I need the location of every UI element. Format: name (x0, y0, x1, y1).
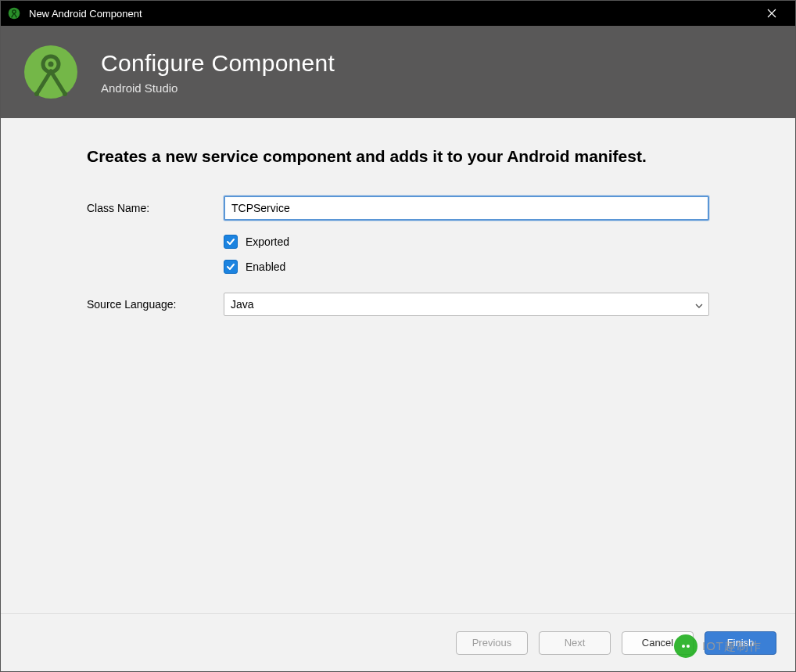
class-name-row: Class Name: (87, 196, 709, 221)
finish-button[interactable]: Finish (705, 631, 776, 655)
cancel-button[interactable]: Cancel (622, 631, 694, 655)
dialog-window: New Android Component Configure Componen… (0, 0, 796, 672)
exported-checkbox[interactable] (224, 235, 238, 249)
svg-point-6 (63, 92, 67, 96)
source-language-row: Source Language: Java (87, 293, 709, 316)
enabled-row: Enabled (224, 260, 709, 274)
source-language-label: Source Language: (87, 298, 224, 311)
content-area: Creates a new service component and adds… (1, 118, 795, 613)
banner: Configure Component Android Studio (1, 26, 795, 118)
android-studio-logo-icon (23, 44, 79, 100)
svg-point-5 (34, 92, 39, 96)
enabled-label: Enabled (246, 261, 285, 273)
banner-text: Configure Component Android Studio (101, 50, 335, 95)
exported-row: Exported (224, 235, 709, 249)
svg-point-4 (48, 62, 54, 67)
banner-subtitle: Android Studio (101, 81, 335, 95)
page-description: Creates a new service component and adds… (87, 145, 709, 167)
previous-button[interactable]: Previous (456, 631, 528, 655)
class-name-label: Class Name: (87, 202, 224, 214)
enabled-checkbox[interactable] (224, 260, 238, 274)
close-button[interactable] (755, 1, 789, 26)
source-language-select[interactable]: Java (224, 293, 709, 316)
footer: Previous Next Cancel Finish (1, 613, 795, 671)
title-bar: New Android Component (1, 1, 795, 26)
next-button[interactable]: Next (539, 631, 611, 655)
android-studio-icon (7, 6, 21, 20)
class-name-input[interactable] (224, 196, 709, 221)
exported-label: Exported (246, 235, 289, 248)
window-title: New Android Component (29, 8, 755, 20)
banner-title: Configure Component (101, 50, 335, 77)
